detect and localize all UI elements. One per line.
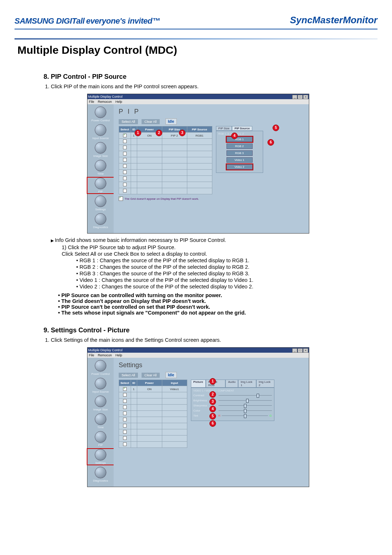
sidebar-item-image[interactable]: Image Size (87, 396, 114, 411)
clear-all-button[interactable]: Clear All (142, 373, 160, 378)
tab-pip-size[interactable]: PIP Size (216, 126, 232, 131)
video1-button[interactable]: Video 1 (226, 157, 253, 163)
table-row[interactable] (119, 411, 187, 417)
section8-item1b: Click Select All or use Check Box to sel… (62, 251, 377, 257)
row-checkbox[interactable] (123, 430, 127, 434)
table-row[interactable]: 1 ON PIP 2 RGB1 (119, 133, 212, 139)
table-row[interactable] (119, 436, 187, 442)
section8-item1: 1) Click the PIP Source tab to adjust PI… (62, 244, 377, 250)
sidebar-item-settings[interactable]: Settings (87, 449, 114, 465)
menu-file[interactable]: File (89, 353, 94, 357)
sidebar-item-diagnostics[interactable]: Diagnostics (87, 467, 114, 482)
tint-slider[interactable]: Tint50RG (193, 414, 272, 417)
sidebar-item-input[interactable]: Input Source (87, 124, 114, 140)
row-checkbox[interactable] (123, 418, 127, 421)
sidebar-item-pip[interactable]: PIP (87, 431, 114, 447)
table-row[interactable]: 1 ON Video1 (119, 386, 187, 392)
table-row[interactable] (119, 170, 212, 176)
row-checkbox[interactable] (123, 442, 127, 446)
table-row[interactable] (119, 176, 212, 182)
row-checkbox[interactable] (123, 134, 127, 137)
maximize-icon[interactable]: □ (298, 95, 303, 99)
row-checkbox[interactable] (123, 170, 127, 174)
sharpness-slider[interactable]: Sharpness50 (193, 404, 272, 407)
table-row[interactable] (119, 139, 212, 145)
row-checkbox[interactable] (123, 139, 127, 143)
rgb3-button[interactable]: RGB 3 (226, 150, 253, 156)
row-checkbox[interactable] (123, 436, 127, 440)
select-all-button[interactable]: Select All (119, 373, 138, 378)
bullet-v2: • Video 2 : Changes the source of the PI… (76, 284, 377, 289)
row-checkbox[interactable] (123, 405, 127, 409)
table-row[interactable] (119, 145, 212, 151)
image-icon (95, 396, 106, 407)
row-checkbox[interactable] (123, 412, 127, 415)
minimize-icon[interactable]: _ (292, 95, 297, 99)
sidebar-item-input[interactable]: Input Source (87, 378, 114, 393)
row-checkbox[interactable] (123, 424, 127, 428)
note3: PIP Source can't be controlled on set th… (58, 304, 377, 310)
menu-help[interactable]: Help (115, 100, 122, 104)
section8-step1: Click PIP of the main icons and the PIP … (51, 84, 377, 89)
table-row[interactable] (119, 157, 212, 163)
table-row[interactable] (119, 405, 187, 411)
maximize-icon[interactable]: □ (298, 348, 303, 353)
rgb1-button[interactable]: RGB 1 (226, 137, 253, 142)
contrast-slider[interactable]: Contrast80 (193, 394, 272, 397)
table-row[interactable] (119, 182, 212, 188)
menu-help[interactable]: Help (115, 353, 122, 357)
row-checkbox[interactable] (123, 152, 127, 155)
tab-picture[interactable]: Picture (191, 380, 206, 388)
select-all-button[interactable]: Select All (119, 119, 138, 124)
close-icon[interactable]: × (303, 348, 308, 353)
sidebar-item-power[interactable]: Power Control (87, 106, 114, 122)
tab-imglock2[interactable]: Img Lock 2 (256, 380, 274, 388)
sidebar-item-time[interactable]: Time (87, 160, 114, 175)
row-checkbox[interactable] (123, 146, 127, 149)
menu-remocon[interactable]: Remocon (98, 100, 112, 104)
brand-right: SyncMasterMonitor (290, 15, 377, 26)
sidebar-item-image[interactable]: Image Size (87, 142, 114, 158)
tab-imglock1[interactable]: Img Lock 1 (238, 380, 256, 388)
video2-button[interactable]: Video 2 (226, 164, 253, 170)
bullet-rgb1: • RGB 1 : Changes the source of the PIP … (76, 258, 377, 263)
table-row[interactable] (119, 417, 187, 423)
table-row[interactable] (119, 163, 212, 170)
sidebar-item-settings[interactable]: Settings (87, 195, 114, 211)
sidebar-item-diagnostics[interactable]: Diagnostics (87, 213, 114, 229)
info-grid: Select ID Power PIP Size PIP Source 1 ON… (119, 126, 212, 194)
clear-all-button[interactable]: Clear All (142, 119, 160, 124)
table-row[interactable] (119, 423, 187, 429)
section8-notes: PIP Source can be controlled with turnin… (58, 292, 377, 316)
table-row[interactable] (119, 392, 187, 398)
section8-heading: 8. PIP Control - PIP Source (44, 73, 377, 81)
minimize-icon[interactable]: _ (292, 348, 297, 353)
row-checkbox[interactable] (123, 183, 127, 186)
brightness-slider[interactable]: Brightness55 (193, 399, 272, 402)
menu-file[interactable]: File (89, 100, 94, 104)
table-row[interactable] (119, 442, 187, 448)
tab-pip-source[interactable]: PIP Source (232, 126, 252, 131)
close-icon[interactable]: × (303, 95, 308, 99)
color-slider[interactable]: Color50 (193, 409, 272, 412)
tab-audio[interactable]: Audio (225, 380, 238, 388)
sidebar-item-pip[interactable]: PIP (87, 178, 114, 193)
row-checkbox[interactable] (123, 393, 127, 397)
table-row[interactable] (119, 151, 212, 157)
row-checkbox[interactable] (123, 387, 127, 391)
brand-left-text: SAMSUNG DIGITall (15, 16, 85, 25)
sidebar-item-time[interactable]: Time (87, 413, 114, 429)
table-row[interactable] (119, 188, 212, 194)
sidebar-item-power[interactable]: Power Control (87, 360, 114, 376)
row-checkbox[interactable] (123, 164, 127, 168)
menu-remocon[interactable]: Remocon (98, 353, 112, 357)
footer-checkbox[interactable] (119, 197, 123, 201)
rgb2-button[interactable]: RGB 2 (226, 143, 253, 149)
row-checkbox[interactable] (123, 158, 127, 162)
row-checkbox[interactable] (123, 189, 127, 193)
table-row[interactable] (119, 429, 187, 436)
row-checkbox[interactable] (123, 177, 127, 180)
table-row[interactable] (119, 398, 187, 405)
input-icon (95, 378, 106, 389)
row-checkbox[interactable] (123, 399, 127, 403)
